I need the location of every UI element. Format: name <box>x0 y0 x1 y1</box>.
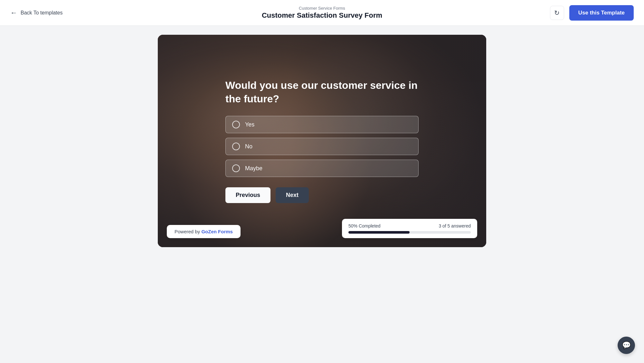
option-no-label: No <box>245 143 252 150</box>
option-yes-label: Yes <box>245 121 254 128</box>
page-title: Customer Satisfaction Survey Form <box>262 11 382 20</box>
form-card: Would you use our customer service in th… <box>158 35 486 247</box>
use-template-button[interactable]: Use this Template <box>569 5 634 21</box>
chat-bubble-icon: 💬 <box>622 341 631 349</box>
progress-fill <box>348 231 410 234</box>
chat-bubble-button[interactable]: 💬 <box>618 337 635 354</box>
question-text: Would you use our customer service in th… <box>225 79 419 106</box>
radio-yes[interactable] <box>232 121 240 128</box>
powered-by-badge: Powered by GoZen Forms <box>167 225 241 238</box>
header: ← Back To templates Customer Service For… <box>0 0 644 26</box>
radio-maybe[interactable] <box>232 164 240 172</box>
progress-percent: 50% Completed <box>348 223 381 228</box>
options-list: Yes No Maybe <box>225 116 419 177</box>
back-to-templates-button[interactable]: ← Back To templates <box>10 9 62 17</box>
radio-no[interactable] <box>232 143 240 150</box>
navigation-buttons: Previous Next <box>225 187 419 203</box>
option-no[interactable]: No <box>225 138 419 155</box>
header-center: Customer Service Forms Customer Satisfac… <box>262 6 382 20</box>
header-right: ↻ Use this Template <box>550 5 634 21</box>
powered-by-prefix: Powered by <box>175 229 201 234</box>
refresh-button[interactable]: ↻ <box>550 6 564 20</box>
progress-info: 50% Completed 3 of 5 answered <box>348 223 471 228</box>
form-overlay: Would you use our customer service in th… <box>158 35 486 247</box>
option-maybe[interactable]: Maybe <box>225 160 419 177</box>
option-maybe-label: Maybe <box>245 165 262 172</box>
progress-bar-container: 50% Completed 3 of 5 answered <box>342 219 477 238</box>
question-section: Would you use our customer service in th… <box>225 79 419 203</box>
powered-by-brand: GoZen Forms <box>201 229 233 234</box>
progress-count: 3 of 5 answered <box>439 223 471 228</box>
progress-track <box>348 231 471 234</box>
next-button[interactable]: Next <box>276 187 309 203</box>
previous-button[interactable]: Previous <box>225 187 270 203</box>
header-subtitle: Customer Service Forms <box>262 6 382 11</box>
main-content: Would you use our customer service in th… <box>0 26 644 363</box>
back-label: Back To templates <box>21 10 62 16</box>
refresh-icon: ↻ <box>554 9 560 17</box>
option-yes[interactable]: Yes <box>225 116 419 133</box>
back-arrow-icon: ← <box>10 9 17 17</box>
